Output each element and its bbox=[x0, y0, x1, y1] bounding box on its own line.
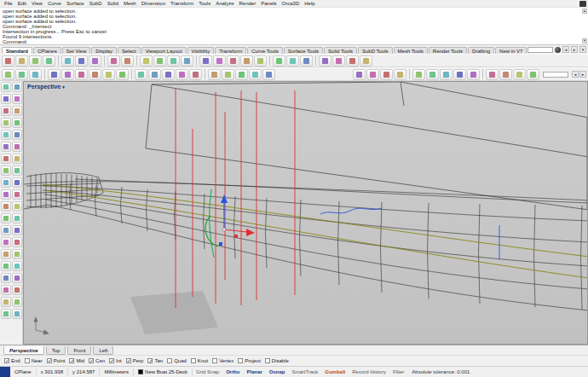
scale-icon[interactable] bbox=[181, 55, 193, 67]
toolbar-tab[interactable]: CPlanes bbox=[33, 47, 61, 54]
ungroup-icon[interactable] bbox=[12, 177, 22, 188]
osnap-checkbox[interactable]: Near bbox=[25, 358, 43, 363]
loft-icon[interactable] bbox=[12, 261, 22, 271]
menu-item[interactable]: Dimension bbox=[139, 1, 168, 6]
zoom-extents-icon[interactable] bbox=[199, 55, 212, 67]
line-tool-icon[interactable] bbox=[61, 69, 74, 80]
gumball-scale-handle-red[interactable] bbox=[234, 235, 238, 238]
status-toggle[interactable]: SmartTrack bbox=[288, 368, 321, 376]
osnap-checkbox[interactable]: End bbox=[4, 358, 20, 363]
intersection-curves-blue[interactable] bbox=[320, 208, 499, 259]
surface-icon[interactable] bbox=[1, 261, 11, 271]
undo-icon[interactable] bbox=[107, 55, 120, 67]
viewport-tab[interactable]: Left bbox=[93, 346, 113, 355]
group-icon[interactable] bbox=[1, 177, 11, 188]
toolbar-tab[interactable]: Surface Tools bbox=[284, 47, 323, 54]
window-menu-icon[interactable] bbox=[579, 1, 586, 7]
extend-icon[interactable] bbox=[1, 142, 11, 152]
trim-tool-icon[interactable] bbox=[235, 69, 248, 80]
arc-tool-icon[interactable] bbox=[102, 69, 115, 80]
toolbar-tab[interactable]: Viewport Layout bbox=[141, 47, 187, 54]
line-icon[interactable] bbox=[12, 213, 22, 223]
offset-icon[interactable] bbox=[12, 154, 22, 164]
trim-icon[interactable] bbox=[1, 130, 11, 140]
curve-icon[interactable] bbox=[12, 225, 22, 235]
toolbar-tab[interactable]: Transform bbox=[215, 47, 246, 54]
toolbar-tab[interactable]: Standard bbox=[2, 47, 32, 54]
rectangle-icon[interactable] bbox=[1, 249, 11, 259]
loft-tool-icon[interactable] bbox=[148, 69, 161, 80]
boolean-icon[interactable] bbox=[12, 285, 22, 295]
circle-icon[interactable] bbox=[1, 237, 11, 247]
osnap-checkbox[interactable]: Mid bbox=[69, 358, 84, 363]
status-toggle[interactable]: Ortho bbox=[222, 368, 243, 376]
viewport-top-icon[interactable] bbox=[353, 69, 366, 80]
viewport-canvas[interactable] bbox=[24, 82, 588, 345]
zoom-selected-icon[interactable] bbox=[254, 55, 267, 67]
status-toggle[interactable]: Planar bbox=[243, 368, 265, 376]
scroll-up-icon[interactable]: ▲ bbox=[582, 9, 587, 14]
menu-item[interactable]: Edit bbox=[15, 1, 29, 6]
mirror-icon[interactable] bbox=[1, 118, 11, 128]
toolbar-tab[interactable]: Drafting bbox=[468, 47, 494, 54]
menu-item[interactable]: Panels bbox=[258, 1, 279, 6]
toolbar-tab[interactable]: Visibility bbox=[187, 47, 215, 54]
arc-icon[interactable] bbox=[12, 237, 22, 247]
gumball-toggle-icon[interactable] bbox=[499, 69, 512, 80]
properties-icon[interactable] bbox=[286, 55, 299, 67]
render-icon[interactable] bbox=[319, 55, 331, 67]
ghosted-view-icon[interactable] bbox=[360, 55, 372, 67]
copy-object-icon[interactable] bbox=[12, 94, 22, 104]
explode-icon[interactable] bbox=[12, 165, 22, 176]
toolbar-filter-box[interactable] bbox=[527, 47, 553, 53]
gumball-x-axis-red[interactable] bbox=[224, 229, 247, 232]
toolbar-tab[interactable]: Curve Tools bbox=[247, 47, 283, 54]
offset-tool-icon[interactable] bbox=[222, 69, 234, 80]
redo-icon[interactable] bbox=[121, 55, 134, 67]
status-toggle[interactable]: Gumball bbox=[321, 368, 349, 376]
wireframe-mode-icon[interactable] bbox=[412, 69, 425, 80]
viewport-menu-caret-icon[interactable]: ▾ bbox=[62, 84, 65, 90]
rotate-icon[interactable] bbox=[1, 106, 11, 116]
layers-icon[interactable] bbox=[273, 55, 285, 67]
sweep-tool-icon[interactable] bbox=[162, 69, 175, 80]
circle-tool-icon[interactable] bbox=[89, 69, 101, 80]
paste-icon[interactable] bbox=[89, 55, 101, 67]
hide-icon[interactable] bbox=[1, 189, 11, 200]
rendered-mode-icon[interactable] bbox=[440, 69, 453, 80]
scroll-right-icon[interactable]: ▸ bbox=[571, 46, 578, 53]
command-scrollbar[interactable]: ▲ ▼ bbox=[582, 9, 587, 44]
osnap-checkbox[interactable]: Perp bbox=[126, 358, 144, 363]
status-toggle[interactable]: Record History bbox=[349, 368, 389, 376]
status-toggle[interactable]: Osnap bbox=[266, 368, 289, 376]
extrude-tool-icon[interactable] bbox=[189, 69, 202, 80]
navigation-sphere-icon[interactable] bbox=[555, 47, 561, 53]
command-prompt[interactable]: Command: bbox=[3, 39, 585, 45]
viewport-tab[interactable]: Perspective bbox=[3, 346, 44, 355]
dock-right-icon[interactable]: ▸ bbox=[579, 71, 586, 78]
cplane-button[interactable]: CPlane bbox=[10, 368, 37, 376]
perspective-viewport[interactable]: Perspective ▾ bbox=[23, 81, 588, 345]
point-icon[interactable] bbox=[1, 213, 11, 223]
open-file-icon[interactable] bbox=[15, 55, 28, 67]
chamfer-icon[interactable] bbox=[1, 154, 11, 164]
move-icon[interactable] bbox=[1, 94, 11, 104]
rotate-view-icon[interactable] bbox=[240, 55, 253, 67]
cut-icon[interactable] bbox=[61, 55, 74, 67]
array-icon[interactable] bbox=[12, 118, 22, 128]
gumball-scale-handle-blue[interactable] bbox=[219, 242, 222, 246]
scale-icon[interactable] bbox=[12, 106, 22, 116]
selected-curve-green[interactable] bbox=[210, 189, 214, 258]
status-toggle[interactable]: Filter bbox=[389, 368, 407, 376]
grid-toggle-icon[interactable] bbox=[486, 69, 499, 80]
menu-item[interactable]: Tools bbox=[196, 1, 213, 6]
menu-item[interactable]: Mesh bbox=[121, 1, 139, 6]
toolbar-tab[interactable]: Mesh Tools bbox=[394, 47, 428, 54]
viewport-tab[interactable]: Top bbox=[46, 346, 66, 355]
hull-wireframe[interactable] bbox=[24, 179, 588, 310]
revolve-icon[interactable] bbox=[1, 273, 11, 283]
shaded-view-icon[interactable] bbox=[332, 55, 345, 67]
rotate-icon[interactable] bbox=[167, 55, 180, 67]
menu-item[interactable]: Render bbox=[237, 1, 259, 6]
menu-item[interactable]: Orca3D bbox=[280, 1, 303, 6]
